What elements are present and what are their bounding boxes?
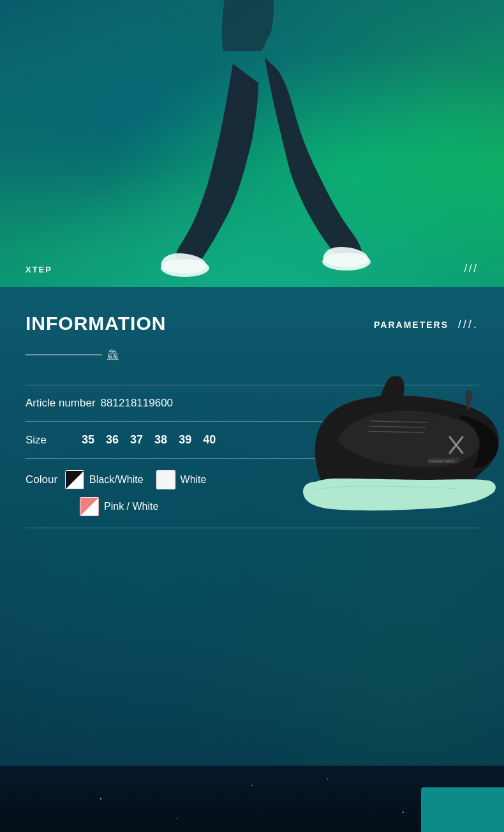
- sizes-list: 35 36 37 38 39 40: [82, 433, 216, 447]
- info-right: PARAMETERS ///.: [374, 313, 478, 331]
- menu-dots-icon[interactable]: ///.: [458, 318, 478, 331]
- swatch-pink-white[interactable]: [80, 497, 99, 516]
- size-37[interactable]: 37: [130, 433, 143, 447]
- chinese-char: 鱻: [107, 347, 119, 362]
- swatch-black-white[interactable]: [65, 470, 84, 489]
- size-label: Size: [26, 434, 77, 447]
- bottom-card[interactable]: [421, 787, 504, 832]
- runner-figure: [118, 0, 386, 281]
- colour-name-black-white: Black/White: [89, 474, 143, 486]
- size-39[interactable]: 39: [179, 433, 191, 447]
- shoe-image-container: DYNAVAUTOETX: [281, 338, 504, 593]
- swatch-white[interactable]: [156, 470, 175, 489]
- size-36[interactable]: 36: [106, 433, 119, 447]
- hero-menu-dots: ///: [464, 263, 478, 274]
- brand-logo: XTEP: [26, 265, 52, 274]
- bottom-section: [0, 766, 504, 832]
- article-number: 881218119600: [101, 397, 173, 410]
- colour-label: Colour: [26, 473, 57, 486]
- size-38[interactable]: 38: [154, 433, 167, 447]
- line-divider: [26, 354, 102, 355]
- size-40[interactable]: 40: [203, 433, 216, 447]
- colour-black-white[interactable]: Black/White: [65, 470, 143, 489]
- colour-name-white: White: [181, 474, 207, 486]
- info-title: INFORMATION: [26, 313, 166, 334]
- size-35[interactable]: 35: [82, 433, 94, 447]
- article-label: Article number: [26, 397, 96, 410]
- hero-section: XTEP ///: [0, 0, 504, 287]
- info-header: INFORMATION PARAMETERS ///.: [26, 313, 478, 334]
- info-section: DYNAVAUTOETX INFORMATION PARAMETERS ///.…: [0, 287, 504, 766]
- colour-white[interactable]: White: [156, 470, 207, 489]
- svg-text:DYNAVAUTOETX: DYNAVAUTOETX: [429, 459, 455, 463]
- colour-name-pink-white: Pink / White: [104, 501, 158, 512]
- parameters-label: PARAMETERS: [374, 320, 448, 330]
